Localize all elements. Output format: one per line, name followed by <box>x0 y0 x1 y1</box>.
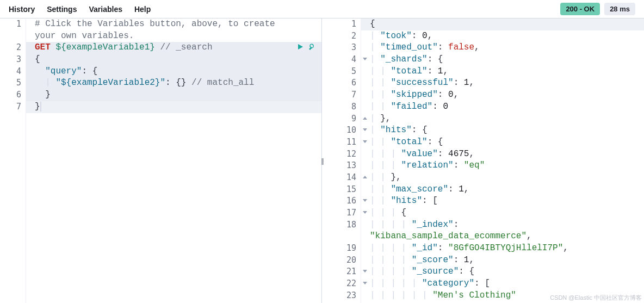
line-number: 3 <box>0 54 26 66</box>
line-number: 8 <box>322 101 361 113</box>
code-line[interactable]: { <box>26 54 321 66</box>
response-line: | | | "value": 4675, <box>361 149 644 160</box>
line-number: 17 <box>322 207 361 219</box>
response-line: | | | | "_id": "8GfGO4IBTYQjHllelI7P", <box>361 243 644 255</box>
line-number: 7 <box>322 89 361 101</box>
response-line: | }, <box>361 113 644 125</box>
wrench-icon[interactable] <box>308 43 316 55</box>
line-number: 9 <box>322 113 361 125</box>
response-line: { <box>361 18 644 30</box>
response-line: | | "successful": 1, <box>361 77 644 89</box>
response-line: | "took": 0, <box>361 30 644 42</box>
response-line: | | | { <box>361 207 644 219</box>
line-number: 14 <box>322 172 361 184</box>
code-line[interactable]: "query": { <box>26 66 321 78</box>
variables-button[interactable]: Variables <box>89 5 122 14</box>
line-number: 22 <box>322 278 361 290</box>
line-number: 1 <box>322 18 361 30</box>
status-badge: 200 - OK <box>560 3 600 15</box>
code-line[interactable]: # Click the Variables button, above, to … <box>26 18 321 42</box>
response-line: | | "skipped": 0, <box>361 89 644 101</box>
line-number: 15 <box>322 184 361 196</box>
response-line: | | | | "_score": 1, <box>361 255 644 267</box>
pane-splitter[interactable]: ‖ <box>321 157 324 165</box>
watermark: CSDN @Elastic 中国社区官方博客 <box>550 294 642 302</box>
line-number: 2 <box>322 30 361 42</box>
line-number: 6 <box>0 89 26 101</box>
response-line: | | | | | "category": [ <box>361 278 644 290</box>
console-toolbar: History Settings Variables Help 200 - OK… <box>0 0 644 18</box>
code-line[interactable]: } <box>26 101 321 113</box>
response-line: | | "total": { <box>361 137 644 149</box>
line-number: 12 <box>322 149 361 160</box>
line-number: 11 <box>322 137 361 149</box>
response-line: | "hits": { <box>361 125 644 137</box>
response-line: | "_shards": { <box>361 54 644 66</box>
line-number: 1 <box>0 18 26 42</box>
code-line[interactable]: } <box>26 89 321 101</box>
response-line: | | | | "_index": "kibana_sample_data_ec… <box>361 219 644 243</box>
line-number: 16 <box>322 195 361 207</box>
response-line: | | "failed": 0 <box>361 101 644 113</box>
response-line: | | "total": 1, <box>361 66 644 78</box>
request-editor[interactable]: 1234567 # Click the Variables button, ab… <box>0 18 322 303</box>
code-line[interactable]: GET ${exampleVariable1} // _search <box>26 42 321 54</box>
code-line[interactable]: | "${exampleVariable2}": {} // match_all <box>26 77 321 89</box>
line-number: 13 <box>322 160 361 172</box>
response-viewer: 1234567891011121314151617181920212223 {|… <box>322 18 644 303</box>
line-number: 20 <box>322 255 361 267</box>
line-number: 19 <box>322 243 361 255</box>
response-line: | | "hits": [ <box>361 195 644 207</box>
settings-button[interactable]: Settings <box>47 5 77 14</box>
timing-badge: 28 ms <box>604 3 635 15</box>
line-number: 6 <box>322 77 361 89</box>
response-line: | | | | "_source": { <box>361 266 644 278</box>
response-line: | | | "relation": "eq" <box>361 160 644 172</box>
line-number: 2 <box>0 42 26 54</box>
history-button[interactable]: History <box>9 5 35 14</box>
response-line: | "timed_out": false, <box>361 42 644 54</box>
line-number: 4 <box>322 54 361 66</box>
line-number: 5 <box>0 77 26 89</box>
line-number: 10 <box>322 125 361 137</box>
response-line: | | }, <box>361 172 644 184</box>
help-button[interactable]: Help <box>134 5 151 14</box>
line-number: 3 <box>322 42 361 54</box>
line-number: 5 <box>322 66 361 78</box>
send-request-icon[interactable] <box>296 43 304 55</box>
line-number: 21 <box>322 266 361 278</box>
line-number: 23 <box>322 290 361 302</box>
line-number: 4 <box>0 66 26 78</box>
line-number: 7 <box>0 101 26 113</box>
response-line: | | "max_score": 1, <box>361 184 644 196</box>
line-number: 18 <box>322 219 361 243</box>
